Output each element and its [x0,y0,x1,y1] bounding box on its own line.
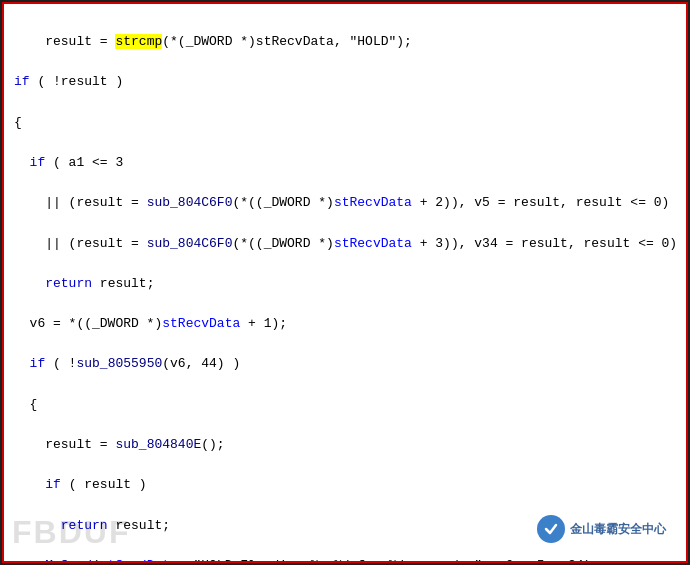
watermark-container: 金山毒霸安全中心 [537,515,666,543]
line-5: || (result = sub_804C6F0(*((_DWORD *)stR… [14,195,669,210]
code-container: result = strcmp(*(_DWORD *)stRecvData, "… [2,2,688,563]
code-block: result = strcmp(*(_DWORD *)stRecvData, "… [14,12,676,563]
line-13: return result; [14,518,170,533]
line-8: v6 = *((_DWORD *)stRecvData + 1); [14,316,287,331]
line-1: result = strcmp(*(_DWORD *)stRecvData, "… [45,34,412,49]
line-10: { [14,397,37,412]
watermark-text: 金山毒霸安全中心 [570,521,666,538]
line-3: { [14,115,22,130]
line-11: result = sub_804840E(); [14,437,225,452]
watermark-logo [537,515,565,543]
line-7: return result; [14,276,154,291]
line-12: if ( result ) [14,477,147,492]
line-6: || (result = sub_804C6F0(*((_DWORD *)stR… [14,236,677,251]
line-4: if ( a1 <= 3 [14,155,123,170]
line-9: if ( !sub_8055950(v6, 44) ) [14,356,240,371]
line-14: MySend(stSendData, "HOLD Flooding %s:%d … [14,558,599,563]
line-2: if ( !result ) [14,74,123,89]
